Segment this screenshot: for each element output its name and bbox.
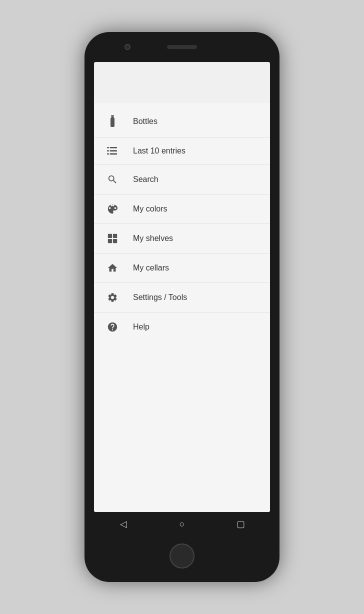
svg-rect-12 (110, 147, 117, 148)
divider-5 (94, 253, 270, 254)
colors-label: My colors (133, 204, 167, 214)
help-label: Help (133, 322, 150, 332)
home-icon (106, 262, 119, 274)
svg-rect-16 (110, 154, 117, 155)
palette-icon (106, 204, 119, 214)
divider-6 (94, 282, 270, 283)
list-icon (106, 146, 119, 156)
menu-item-colors[interactable]: My colors (94, 196, 270, 222)
back-nav-button[interactable]: ◁ (114, 514, 134, 534)
physical-home-button[interactable] (170, 544, 194, 568)
svg-rect-19 (108, 239, 112, 243)
phone-camera (124, 44, 130, 50)
drawer-menu: Bottles Last 1 (94, 103, 270, 344)
divider-3 (94, 194, 270, 194)
divider-7 (94, 312, 270, 312)
svg-rect-20 (113, 239, 117, 243)
menu-item-bottles[interactable]: Bottles (94, 107, 270, 136)
svg-rect-14 (110, 150, 117, 152)
cellars-label: My cellars (133, 264, 169, 272)
navigation-drawer: Bottles Last 1 (94, 103, 270, 512)
divider-2 (94, 164, 270, 165)
svg-rect-18 (113, 234, 117, 238)
svg-rect-13 (107, 150, 109, 152)
phone-speaker (167, 45, 197, 49)
svg-rect-15 (107, 154, 109, 155)
svg-rect-10 (111, 115, 114, 116)
svg-rect-17 (108, 234, 112, 238)
settings-icon (106, 292, 119, 303)
search-menu-icon (106, 174, 119, 185)
bottle-icon (106, 115, 119, 128)
shelves-label: My shelves (133, 234, 173, 243)
help-icon (106, 322, 119, 332)
phone-top-bar (84, 32, 280, 62)
settings-label: Settings / Tools (133, 293, 187, 302)
grid-icon (106, 233, 119, 244)
menu-item-cellars[interactable]: My cellars (94, 254, 270, 282)
search-label: Search (133, 175, 158, 184)
menu-item-search[interactable]: Search (94, 166, 270, 193)
phone-bottom-bar (84, 536, 280, 576)
menu-item-last10[interactable]: Last 10 entries (94, 138, 270, 164)
menu-item-help[interactable]: Help (94, 314, 270, 340)
bottom-navigation: ◁ ○ ▢ (94, 512, 270, 536)
phone-screen: 📳 5:46 (94, 62, 270, 512)
menu-item-settings[interactable]: Settings / Tools (94, 284, 270, 311)
bottles-label: Bottles (133, 117, 158, 126)
divider-4 (94, 224, 270, 224)
phone-frame: 📳 5:46 (84, 32, 280, 582)
menu-item-shelves[interactable]: My shelves (94, 225, 270, 252)
divider-1 (94, 137, 270, 138)
recents-nav-button[interactable]: ▢ (230, 514, 250, 534)
home-nav-button[interactable]: ○ (172, 514, 192, 534)
svg-rect-11 (107, 147, 109, 148)
last10-label: Last 10 entries (133, 146, 186, 156)
